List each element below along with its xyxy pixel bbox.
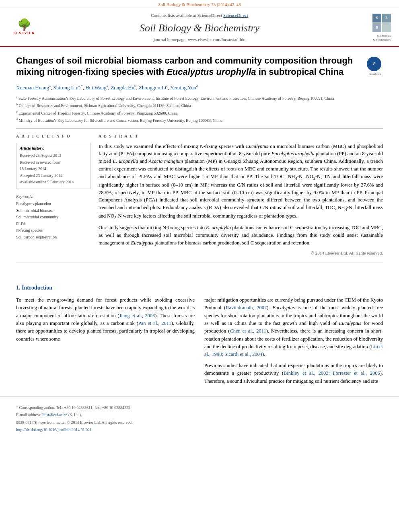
- article-content: Changes of soil microbial biomass carbon…: [0, 47, 399, 276]
- crossmark-badge: ✓ CrossMark: [367, 57, 383, 76]
- affiliations: a State Forestry Administration's Key La…: [16, 95, 383, 123]
- article-title-text: Changes of soil microbial biomass carbon…: [16, 55, 363, 78]
- authors-line: Xueman Huanga, Shirong Liua,*, Hui Wanga…: [16, 84, 383, 92]
- article-history-box: Article history: Received 25 August 2013…: [16, 143, 90, 189]
- sciencedirect-link[interactable]: ScienceDirect: [223, 13, 248, 18]
- elsevier-logo-area: 🌳 ELSEVIER: [8, 19, 40, 36]
- revised-text: Received in revised form: [20, 160, 87, 166]
- abstract-header: A B S T R A C T: [99, 134, 383, 140]
- ref-pan-2011: Pan et al., 2011: [138, 320, 171, 326]
- copyright-text: © 2014 Elsevier Ltd. All rights reserved…: [99, 250, 383, 257]
- keyword-4: PLFA: [16, 221, 90, 227]
- email-note: E-mail address: liusr@caf.ac.cn (S. Liu)…: [16, 412, 383, 418]
- author-email[interactable]: liusr@caf.ac.cn: [42, 413, 68, 417]
- author-2: Shirong Liu: [53, 84, 78, 90]
- history-title: Article history:: [20, 146, 87, 152]
- issn-note: 0038-0717/$ – see front matter © 2014 El…: [16, 420, 383, 426]
- ref-jiang-2003: Jiang et al., 2003: [119, 313, 155, 318]
- and-text: and: [348, 197, 355, 203]
- article-footer: * Corresponding author. Tel.: +86 10 628…: [0, 396, 399, 437]
- section-1-title: 1. Introduction: [16, 284, 383, 292]
- journal-citation: Soil Biology & Biochemistry 73 (2014) 42…: [158, 2, 241, 7]
- article-info-header: A R T I C L E I N F O: [16, 134, 90, 140]
- author-1: Xueman Huang: [16, 84, 49, 90]
- accepted-date: Accepted 23 January 2014: [20, 173, 87, 179]
- received-date: Received 25 August 2013: [20, 153, 87, 159]
- intro-two-col: To meet the ever-growing demand for fore…: [16, 296, 383, 388]
- divider-2: [16, 263, 383, 263]
- sbb-logo-area: S B B Soil Biology& Biochemistry: [359, 14, 391, 42]
- article-info-abstract: A R T I C L E I N F O Article history: R…: [16, 134, 383, 256]
- elsevier-tree-icon: 🌳: [17, 19, 31, 31]
- abstract-col: A B S T R A C T In this study we examine…: [99, 134, 383, 256]
- intro-para-right-1: major mitigation opportunities are curre…: [204, 296, 383, 359]
- revised-date: 18 January 2014: [20, 166, 87, 172]
- journal-header: 🌳 ELSEVIER Contents lists available at S…: [0, 9, 399, 47]
- article-title-section: Changes of soil microbial biomass carbon…: [16, 55, 383, 78]
- divider-1: [16, 128, 383, 129]
- intro-col-left: To meet the ever-growing demand for fore…: [16, 296, 195, 388]
- abstract-para-2: Our study suggests that mixing N-fixing …: [99, 224, 383, 246]
- keyword-2: Soil microbial biomass: [16, 208, 90, 214]
- intro-para-right-2: Previous studies have indicated that mul…: [204, 362, 383, 385]
- keyword-1: Eucalyptus plantation: [16, 201, 90, 207]
- intro-para-left-1: To meet the ever-growing demand for fore…: [16, 296, 195, 343]
- keyword-3: Soil microbial community: [16, 214, 90, 220]
- available-date: Available online 5 February 2014: [20, 179, 87, 185]
- abstract-text: In this study we examined the effects of…: [99, 143, 383, 247]
- email-suffix: (S. Liu).: [68, 413, 82, 417]
- ref-liu-1998: Liu et al., 1998; Sicardi et al., 2004: [204, 344, 383, 357]
- ref-ravindranath-2007: Ravindranath, 2007: [226, 305, 267, 310]
- doi-link[interactable]: http://dx.doi.org/10.1016/j.soilbio.2014…: [16, 427, 383, 433]
- keywords-box: Keywords: Eucalyptus plantation Soil mic…: [16, 194, 90, 240]
- email-label: E-mail address:: [16, 413, 41, 417]
- body-content: 1. Introduction To meet the ever-growing…: [0, 284, 399, 388]
- sciencedirect-text: Contents lists available at ScienceDirec…: [44, 12, 355, 19]
- journal-name: Soil Biology & Biochemistry: [44, 21, 355, 36]
- elsevier-text: ELSEVIER: [13, 31, 35, 36]
- corresponding-author-note: * Corresponding author. Tel.: +86 10 628…: [16, 405, 383, 411]
- journal-homepage: journal homepage: www.elsevier.com/locat…: [44, 37, 355, 43]
- article-info-col: A R T I C L E I N F O Article history: R…: [16, 134, 90, 256]
- ref-chen-2011: Chen et al., 2011: [230, 328, 266, 334]
- keyword-6: Soil carbon sequestration: [16, 234, 90, 240]
- journal-title-area: Contents lists available at ScienceDirec…: [44, 12, 355, 43]
- keyword-5: N-fixing species: [16, 228, 90, 234]
- author-3: Hui Wang: [85, 84, 107, 90]
- author-4: Zongda Hu: [111, 84, 134, 90]
- intro-col-right: major mitigation opportunities are curre…: [204, 296, 383, 388]
- ref-binkley-2003: Binkley et al., 2003; Forrester et al., …: [284, 370, 380, 376]
- keywords-title: Keywords:: [16, 194, 90, 200]
- article-title: Changes of soil microbial biomass carbon…: [16, 55, 363, 78]
- author-6: Yeming You: [170, 84, 196, 90]
- abstract-para-1: In this study we examined the effects of…: [99, 143, 383, 221]
- author-5: Zhongguo Li: [139, 84, 166, 90]
- journal-bar: Soil Biology & Biochemistry 73 (2014) 42…: [0, 0, 399, 9]
- crossmark-icon: ✓: [367, 57, 381, 71]
